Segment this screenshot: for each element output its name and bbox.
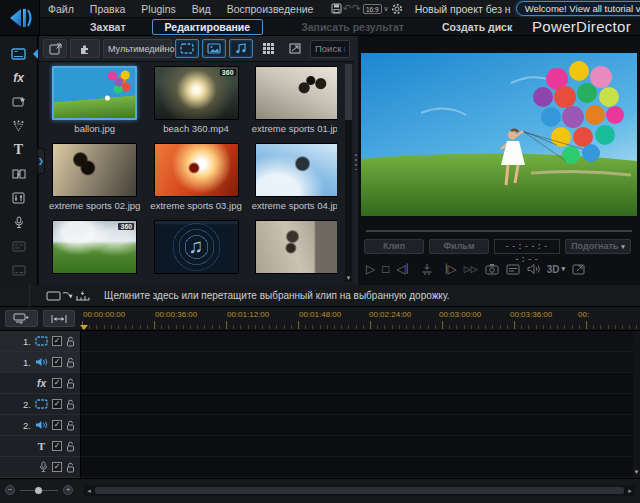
media-item-extreme-sports-03[interactable]: extreme sports 03.jpg bbox=[150, 143, 241, 220]
zoom-slider[interactable] bbox=[20, 490, 58, 491]
media-item-field-360[interactable]: 360 bbox=[49, 220, 140, 285]
track-header[interactable]: 1. bbox=[0, 331, 80, 352]
track-header[interactable] bbox=[0, 457, 80, 478]
sidebar-item-pip-objects-room[interactable] bbox=[0, 90, 38, 114]
preview-quality-button[interactable] bbox=[506, 264, 520, 275]
track-enable-checkbox[interactable] bbox=[52, 357, 62, 367]
previous-frame-button[interactable]: ◁▏ bbox=[396, 262, 413, 276]
scroll-right-arrow-icon[interactable]: ▸ bbox=[625, 487, 635, 495]
scrollbar-thumb[interactable] bbox=[345, 64, 352, 120]
track-header[interactable]: 1. bbox=[0, 352, 80, 373]
menu-file[interactable]: Файл bbox=[40, 3, 82, 15]
snapshot-button[interactable] bbox=[485, 263, 499, 275]
media-item-beach-360[interactable]: 360 beach 360.mp4 bbox=[150, 66, 241, 143]
media-item-extreme-sports-02[interactable]: extreme sports 02.jpg bbox=[49, 143, 140, 220]
view-mode-button[interactable] bbox=[256, 39, 280, 58]
track-enable-checkbox[interactable] bbox=[52, 378, 62, 388]
tab-edit[interactable]: Редактирование bbox=[152, 19, 264, 35]
timeline-vertical-scrollbar[interactable]: ▼ bbox=[633, 331, 640, 478]
media-thumbnail[interactable] bbox=[52, 143, 137, 197]
filter-music-button[interactable] bbox=[229, 39, 253, 58]
track-header[interactable]: fx bbox=[0, 373, 80, 394]
ruler-options-button[interactable] bbox=[43, 310, 76, 327]
track-row-voice[interactable] bbox=[0, 457, 633, 478]
sidebar-item-transition-room[interactable] bbox=[0, 162, 38, 186]
media-thumbnail[interactable] bbox=[154, 143, 239, 197]
track-row-video-1[interactable]: 1. bbox=[0, 331, 633, 352]
track-enable-checkbox[interactable] bbox=[52, 399, 62, 409]
media-thumbnail[interactable] bbox=[255, 220, 337, 274]
library-scrollbar[interactable]: ▼ bbox=[345, 64, 352, 282]
sidebar-item-effect-room[interactable]: fx bbox=[0, 66, 38, 90]
track-manager-button[interactable] bbox=[5, 310, 38, 327]
track-lane[interactable] bbox=[80, 457, 633, 478]
preview-screen[interactable] bbox=[361, 53, 637, 216]
seek-marker-button[interactable] bbox=[421, 263, 433, 275]
3d-mode-button[interactable]: 3D ▾ bbox=[547, 264, 565, 275]
sidebar-item-audio-mixing-room[interactable] bbox=[0, 186, 38, 210]
sidebar-item-title-room[interactable]: T bbox=[0, 138, 38, 162]
track-header[interactable]: 2. bbox=[0, 394, 80, 415]
track-header[interactable]: T bbox=[0, 436, 80, 457]
scroll-down-arrow-icon[interactable]: ▼ bbox=[633, 468, 640, 476]
track-header[interactable]: 2. bbox=[0, 415, 80, 436]
tab-capture[interactable]: Захват bbox=[90, 21, 126, 33]
track-enable-checkbox[interactable] bbox=[52, 462, 62, 472]
scroll-down-arrow-icon[interactable]: ▼ bbox=[345, 274, 352, 282]
track-lane[interactable] bbox=[80, 394, 633, 415]
scroll-left-arrow-icon[interactable]: ◂ bbox=[84, 487, 94, 495]
undock-preview-button[interactable] bbox=[572, 263, 585, 275]
fast-forward-button[interactable]: ▷▷ bbox=[464, 262, 478, 276]
tab-create-disc[interactable]: Создать диск bbox=[442, 21, 512, 33]
media-item-music-clip[interactable] bbox=[150, 220, 241, 285]
track-enable-checkbox[interactable] bbox=[52, 420, 62, 430]
playhead-marker[interactable] bbox=[80, 325, 88, 330]
collection-dropdown[interactable]: Мультимедийно... ∨ bbox=[103, 39, 172, 58]
track-row-audio-1[interactable]: 1. bbox=[0, 352, 633, 373]
media-thumbnail[interactable]: 360 bbox=[52, 220, 137, 274]
sidebar-item-media-room[interactable] bbox=[0, 42, 38, 66]
media-thumbnail[interactable]: 360 bbox=[154, 66, 239, 120]
media-item-skate-clip[interactable] bbox=[252, 220, 337, 285]
track-enable-checkbox[interactable] bbox=[52, 336, 62, 346]
menu-playback[interactable]: Воспроизведение bbox=[219, 3, 322, 15]
track-row-title[interactable]: T bbox=[0, 436, 633, 457]
track-lane[interactable] bbox=[80, 331, 633, 352]
timeline-splitter-dots[interactable]: ····· bbox=[300, 286, 323, 295]
timeline-ruler[interactable]: 00:00:00:00 00:00:36:00 00:01:12:00 00:0… bbox=[80, 307, 640, 331]
undo-button[interactable]: ↶ bbox=[342, 2, 351, 15]
scrollbar-track[interactable] bbox=[94, 486, 625, 495]
aspect-ratio-selector[interactable]: 16:9 ∨ bbox=[363, 4, 389, 14]
track-enable-checkbox[interactable] bbox=[52, 441, 62, 451]
sidebar-item-particle-room[interactable] bbox=[0, 114, 38, 138]
zoom-out-button[interactable]: − bbox=[5, 485, 15, 495]
drag-hint-bar[interactable]: Щелкните здесь или перетащите выбранный … bbox=[0, 285, 640, 307]
stop-button[interactable]: □ bbox=[382, 262, 389, 276]
save-button[interactable] bbox=[331, 3, 342, 14]
track-lane[interactable] bbox=[80, 436, 633, 457]
sidebar-expand-handle[interactable]: ❯ bbox=[37, 148, 45, 174]
volume-button[interactable] bbox=[527, 263, 540, 275]
timeline-horizontal-scrollbar[interactable]: ◂ ▸ bbox=[84, 485, 635, 496]
media-item-extreme-sports-04[interactable]: extreme sports 04.jpg bbox=[252, 143, 337, 220]
track-row-effect[interactable]: fx bbox=[0, 373, 633, 394]
track-row-video-2[interactable]: 2. bbox=[0, 394, 633, 415]
zoom-in-button[interactable]: + bbox=[63, 485, 73, 495]
next-frame-button[interactable]: ▕▷ bbox=[440, 262, 457, 276]
filter-video-button[interactable] bbox=[175, 39, 199, 58]
resize-thumbnails-button[interactable] bbox=[283, 39, 307, 58]
filter-photo-button[interactable] bbox=[202, 39, 226, 58]
menu-edit[interactable]: Правка bbox=[82, 3, 133, 15]
redo-button[interactable]: ↷ bbox=[352, 2, 361, 15]
media-item-ballon[interactable]: ballon.jpg bbox=[49, 66, 140, 143]
media-thumbnail[interactable] bbox=[52, 66, 137, 120]
menu-plugins[interactable]: Plugins bbox=[133, 3, 183, 15]
media-thumbnail[interactable] bbox=[154, 220, 239, 274]
scrollbar-thumb[interactable] bbox=[95, 487, 624, 494]
track-lane[interactable] bbox=[80, 373, 633, 394]
play-button[interactable]: ▷ bbox=[366, 262, 375, 276]
plugins-button[interactable] bbox=[70, 39, 100, 58]
track-lane[interactable] bbox=[80, 352, 633, 373]
media-thumbnail[interactable] bbox=[255, 143, 337, 197]
track-row-audio-2[interactable]: 2. bbox=[0, 415, 633, 436]
